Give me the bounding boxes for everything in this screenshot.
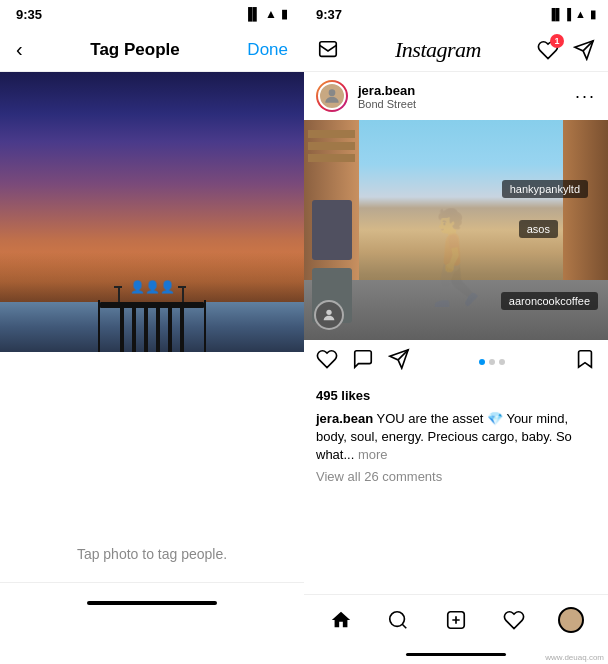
bottom-avatar[interactable] xyxy=(314,300,344,330)
nav-add[interactable] xyxy=(434,598,478,642)
bottom-navigation xyxy=(304,594,608,644)
right-battery-icon: ▮ xyxy=(590,8,596,21)
carousel-indicator xyxy=(479,359,505,365)
tag-people-title: Tag People xyxy=(90,40,179,60)
tag-hankypanky[interactable]: hankypankyltd xyxy=(502,180,588,198)
tag-people-panel: 9:35 ▐▌ ▲ ▮ ‹ Tag People Done xyxy=(0,0,304,664)
svg-rect-6 xyxy=(180,308,184,352)
svg-rect-0 xyxy=(100,302,204,308)
watermark: www.deuaq.com xyxy=(545,653,604,662)
nav-activity[interactable] xyxy=(492,598,536,642)
svg-rect-2 xyxy=(132,308,136,352)
dot-3 xyxy=(499,359,505,365)
tag-aaroncookcoffee[interactable]: aaroncookcoffee xyxy=(501,292,598,310)
bookmark-button[interactable] xyxy=(574,348,596,376)
instagram-logo: Instagram xyxy=(395,37,481,63)
instagram-top-bar: Instagram 1 xyxy=(304,28,608,72)
left-status-bar: 9:35 ▐▌ ▲ ▮ xyxy=(0,0,304,28)
view-comments-link[interactable]: View all 26 comments xyxy=(304,467,608,486)
likes-row: 495 likes xyxy=(304,384,608,408)
post-header: jera.bean Bond Street ··· xyxy=(304,72,608,120)
left-status-icons: ▐▌ ▲ ▮ xyxy=(244,7,288,21)
svg-rect-13 xyxy=(320,41,337,56)
svg-rect-8 xyxy=(204,300,206,352)
profile-avatar xyxy=(558,607,584,633)
caption-row: jera.bean YOU are the asset 💎 Your mind,… xyxy=(304,408,608,467)
nav-home[interactable] xyxy=(319,598,363,642)
home-indicator xyxy=(87,601,217,605)
avatar-inner xyxy=(318,82,346,110)
post-username[interactable]: jera.bean xyxy=(358,83,565,98)
svg-rect-9 xyxy=(118,286,120,302)
svg-rect-3 xyxy=(144,308,148,352)
instagram-feed-panel: 9:37 ▐▌▐ ▲ ▮ Instagram 1 xyxy=(304,0,608,664)
right-signal-icon: ▐▌▐ xyxy=(548,8,571,20)
svg-rect-1 xyxy=(120,308,124,352)
avatar[interactable] xyxy=(316,80,348,112)
car-left xyxy=(312,200,352,260)
person-figure: 🚶 xyxy=(400,205,512,310)
wifi-icon: ▲ xyxy=(265,7,277,21)
signal-icon: ▐▌ xyxy=(244,7,261,21)
notification-badge: 1 xyxy=(550,34,564,48)
direct-icon[interactable] xyxy=(316,38,340,62)
post-actions xyxy=(304,340,608,384)
photo-background: 👤👤👤 xyxy=(0,72,304,352)
svg-rect-7 xyxy=(98,300,100,352)
tag-people-navbar: ‹ Tag People Done xyxy=(0,28,304,72)
top-right-icons: 1 xyxy=(536,38,596,62)
right-home-indicator xyxy=(406,653,506,656)
likes-count[interactable]: 495 likes xyxy=(316,388,370,403)
left-bottom-bar xyxy=(0,582,304,664)
more-caption-button[interactable]: more xyxy=(358,447,388,462)
comment-button[interactable] xyxy=(352,348,374,376)
pier-people: 👤👤👤 xyxy=(130,280,175,294)
svg-rect-12 xyxy=(178,286,186,288)
right-status-icons: ▐▌▐ ▲ ▮ xyxy=(548,8,596,21)
photo-area[interactable]: 👤👤👤 Tap photo to tag people. xyxy=(0,72,304,582)
post-location[interactable]: Bond Street xyxy=(358,98,565,110)
more-options-button[interactable]: ··· xyxy=(575,86,596,107)
like-button[interactable] xyxy=(316,348,338,376)
share-button[interactable] xyxy=(388,348,410,376)
svg-rect-10 xyxy=(114,286,122,288)
back-button[interactable]: ‹ xyxy=(16,38,23,61)
tag-asos[interactable]: asos xyxy=(519,220,558,238)
dot-2 xyxy=(489,359,495,365)
dot-1 xyxy=(479,359,485,365)
post-image[interactable]: 🚶 hankypankyltd asos aaroncookcoffee xyxy=(304,120,608,340)
svg-rect-4 xyxy=(156,308,160,352)
heart-notification-icon[interactable]: 1 xyxy=(536,38,560,62)
tap-hint: Tap photo to tag people. xyxy=(0,546,304,562)
nav-profile[interactable] xyxy=(549,598,593,642)
right-time: 9:37 xyxy=(316,7,342,22)
post-user-info: jera.bean Bond Street xyxy=(358,83,565,110)
right-wifi-icon: ▲ xyxy=(575,8,586,20)
caption-username[interactable]: jera.bean xyxy=(316,411,373,426)
svg-point-14 xyxy=(329,89,336,96)
left-time: 9:35 xyxy=(16,7,42,22)
svg-point-16 xyxy=(390,611,405,626)
done-button[interactable]: Done xyxy=(247,40,288,60)
top-left-icons xyxy=(316,38,340,62)
battery-icon: ▮ xyxy=(281,7,288,21)
svg-point-15 xyxy=(326,310,331,315)
nav-search[interactable] xyxy=(376,598,420,642)
svg-rect-5 xyxy=(168,308,172,352)
svg-rect-11 xyxy=(182,286,184,302)
direct-messages-icon[interactable] xyxy=(572,38,596,62)
right-status-bar: 9:37 ▐▌▐ ▲ ▮ xyxy=(304,0,608,28)
